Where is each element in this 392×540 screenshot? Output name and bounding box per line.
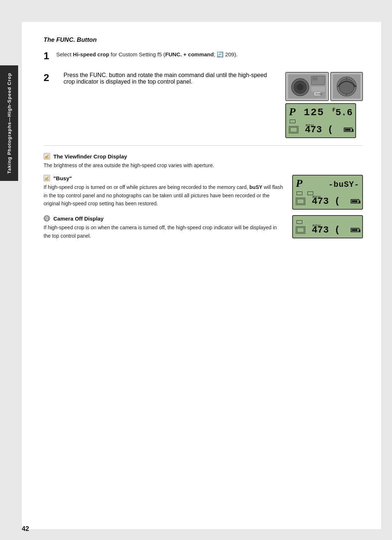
step2-text-block: Press the FUNC. button and rotate the ma… bbox=[64, 72, 278, 85]
off-battery-icon bbox=[351, 228, 359, 232]
section-divider bbox=[44, 145, 363, 146]
note-viewfinder-title: ✍ The Viewfinder Crop Display bbox=[44, 153, 363, 160]
camera-body-sketch: FUNC bbox=[285, 72, 329, 101]
lcd-busy-top-row: P -buSY- bbox=[296, 178, 359, 189]
lcd-af-icon: ↑ bbox=[290, 120, 295, 123]
note-busy-title: ✍ "Busy" bbox=[44, 175, 285, 181]
lcd-aperture: F5.6 bbox=[332, 107, 352, 118]
lcd-battery-area bbox=[344, 128, 352, 132]
camera-off-text-area: Q Camera Off Display If high-speed crop … bbox=[44, 215, 285, 240]
lcd-rem-label: REM bbox=[306, 124, 314, 127]
step2-number: 2 bbox=[44, 73, 56, 83]
note-camera-off-title: Q Camera Off Display bbox=[44, 215, 285, 222]
section-title: The FUNC. Button bbox=[44, 36, 363, 44]
step1-number: 1 bbox=[44, 51, 56, 61]
lcd-off-battery bbox=[351, 228, 359, 232]
lcd-off-bottom: REM 473 ( bbox=[296, 225, 359, 235]
note-viewfinder: ✍ The Viewfinder Crop Display The bright… bbox=[44, 153, 363, 169]
lcd-mode: P bbox=[289, 106, 295, 117]
command-dial-sketch bbox=[330, 72, 363, 101]
lcd-busy-ind2 bbox=[307, 192, 313, 195]
lcd-indicator-row: ↑ bbox=[289, 120, 352, 123]
svg-point-4 bbox=[297, 84, 304, 90]
busy-section: ✍ "Busy" If high-speed crop is turned on… bbox=[44, 175, 363, 210]
lcd-rem-area: REM 473 ( bbox=[305, 124, 342, 135]
lcd-busy-rem-area: REM 473 ( bbox=[312, 196, 349, 207]
step2-area: 2 Press the FUNC. button and rotate the … bbox=[44, 72, 363, 138]
lcd-display-3: REM 473 ( bbox=[292, 215, 363, 238]
busy-text-area: ✍ "Busy" If high-speed crop is turned on… bbox=[44, 175, 285, 210]
lcd-off-rem-label: REM bbox=[313, 224, 321, 227]
lcd-display-2: P -buSY- REM bbox=[292, 175, 363, 210]
busy-lcd-area: P -buSY- REM bbox=[292, 175, 363, 210]
svg-rect-6 bbox=[312, 77, 317, 81]
camera-top-row: FUNC bbox=[285, 72, 363, 101]
lcd-busy-indicators bbox=[296, 191, 359, 196]
camera-off-lcd-area: REM 473 ( bbox=[292, 215, 363, 240]
note-icon-busy: ✍ bbox=[44, 175, 50, 181]
lcd-busy-battery bbox=[351, 199, 359, 203]
lcd-busy-text: -buSY- bbox=[328, 180, 359, 189]
lcd-off-top-indicator bbox=[296, 219, 359, 225]
battery-icon bbox=[344, 128, 352, 132]
busy-battery-fill bbox=[352, 200, 358, 202]
lcd-off-frame bbox=[296, 226, 305, 234]
busy-battery-icon bbox=[351, 199, 359, 203]
lcd-display-1: P 125 F5.6 ↑ bbox=[285, 103, 356, 138]
lcd-off-rem-area: REM 473 ( bbox=[312, 225, 349, 235]
step2-images: FUNC bbox=[285, 72, 363, 138]
svg-rect-7 bbox=[311, 86, 325, 92]
note-camera-off-text: If high-speed crop is on when the camera… bbox=[44, 223, 285, 240]
lcd-off-ind bbox=[297, 220, 302, 224]
lcd-shutter: 125 bbox=[304, 107, 324, 118]
lcd-busy-bottom: REM 473 ( bbox=[296, 196, 359, 207]
page-content: The FUNC. Button 1 Select Hi-speed crop … bbox=[22, 22, 381, 529]
lcd-bottom-row: REM 473 ( bbox=[289, 124, 352, 135]
note-busy-text: If high-speed crop is turned on or off w… bbox=[44, 183, 285, 207]
camera-off-section: Q Camera Off Display If high-speed crop … bbox=[44, 215, 363, 240]
off-battery-fill bbox=[352, 229, 358, 231]
lcd-busy-rem-label: REM bbox=[313, 195, 321, 199]
content-area: The FUNC. Button 1 Select Hi-speed crop … bbox=[44, 36, 363, 240]
battery-fill bbox=[345, 129, 351, 131]
note-icon-viewfinder: ✍ bbox=[44, 153, 50, 160]
lcd-busy-frame bbox=[296, 198, 305, 205]
note-viewfinder-text: The brightness of the area outside the h… bbox=[44, 161, 363, 169]
lcd-busy-ind1 bbox=[297, 192, 302, 195]
sidebar-label: Taking Photographs—High-Speed Crop bbox=[7, 73, 12, 174]
sidebar-tab: Taking Photographs—High-Speed Crop bbox=[0, 65, 18, 181]
page-number: 42 bbox=[22, 525, 29, 533]
step1-text: Select Hi-speed crop for Custom Setting … bbox=[56, 50, 363, 59]
lcd-frame-box bbox=[289, 126, 298, 133]
lcd-busy-mode: P bbox=[296, 178, 302, 189]
svg-text:FUNC: FUNC bbox=[316, 93, 323, 95]
step1-content: Select Hi-speed crop for Custom Setting … bbox=[56, 50, 363, 59]
lcd-top-row: P 125 F5.6 bbox=[289, 106, 352, 118]
step2-text: Press the FUNC. button and rotate the ma… bbox=[64, 72, 278, 85]
step1: 1 Select Hi-speed crop for Custom Settin… bbox=[44, 50, 363, 61]
note-icon-camera-off: Q bbox=[44, 215, 50, 222]
